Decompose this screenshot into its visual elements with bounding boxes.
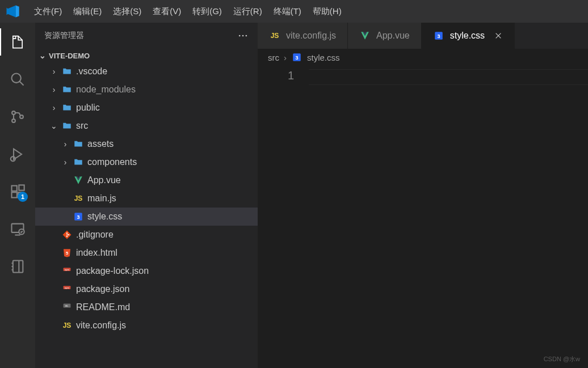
tree-file[interactable]: JSmain.js [35, 189, 258, 208]
menu-item[interactable]: 帮助(H) [307, 3, 347, 20]
svg-text:M↓: M↓ [65, 304, 68, 307]
svg-point-4 [20, 115, 23, 119]
extensions-icon[interactable]: 1 [4, 178, 31, 205]
svg-point-0 [12, 74, 21, 83]
sidebar-title: 资源管理器 [44, 31, 84, 41]
editor-tab[interactable]: App.vue [348, 23, 422, 49]
tree-folder[interactable]: ›public [35, 99, 258, 117]
svg-text:3: 3 [437, 33, 440, 39]
svg-rect-7 [12, 192, 17, 197]
menu-item[interactable]: 查看(V) [147, 3, 187, 20]
tree-item-label: App.vue [87, 175, 121, 185]
tree-item-label: assets [87, 139, 114, 149]
chevron-right-icon: › [50, 103, 58, 112]
svg-text:npm: npm [65, 268, 70, 271]
tree-file[interactable]: App.vue [35, 171, 258, 189]
tree-folder[interactable]: ›components [35, 153, 258, 171]
tree-item-label: package-lock.json [76, 266, 149, 276]
tree-folder[interactable]: ›assets [35, 135, 258, 153]
svg-point-3 [12, 119, 15, 122]
tree-file[interactable]: 5index.html [35, 244, 258, 262]
chevron-right-icon: › [50, 67, 58, 76]
notebook-icon[interactable] [4, 253, 31, 280]
activity-bar: 1 [0, 23, 35, 368]
run-debug-icon[interactable] [4, 141, 31, 168]
tree-item-label: public [76, 103, 100, 113]
tree-file[interactable]: M↓README.md [35, 298, 258, 316]
tree-item-label: style.css [87, 212, 122, 222]
menu-item[interactable]: 运行(R) [228, 3, 268, 20]
tree-folder[interactable]: ›node_modules [35, 81, 258, 99]
tree-item-label: .vscode [76, 66, 107, 77]
text-editor[interactable]: 1 [258, 66, 588, 368]
tree-file[interactable]: 3style.css [35, 208, 258, 226]
editor-tab[interactable]: JSvite.config.js [258, 23, 348, 49]
menu-item[interactable]: 选择(S) [107, 3, 147, 20]
svg-text:3: 3 [77, 214, 79, 220]
svg-line-1 [20, 82, 24, 86]
tree-item-label: README.md [76, 302, 130, 312]
title-bar: 文件(F)编辑(E)选择(S)查看(V)转到(G)运行(R)终端(T)帮助(H) [0, 0, 588, 23]
editor-tab[interactable]: 3style.css [422, 23, 515, 49]
tab-bar: JSvite.config.jsApp.vue3style.css [258, 23, 588, 49]
svg-rect-6 [12, 186, 17, 191]
active-line-highlight [309, 69, 588, 85]
sidebar: 资源管理器 ⌄ VITE-DEMO ›.vscode›node_modules›… [35, 23, 258, 368]
line-number-gutter: 1 [258, 66, 309, 368]
menu-item[interactable]: 编辑(E) [68, 3, 107, 20]
tree-file[interactable]: npmpackage.json [35, 280, 258, 298]
tree-item-label: .gitignore [76, 230, 114, 240]
remote-explorer-icon[interactable] [4, 215, 31, 243]
code-area[interactable] [309, 66, 588, 368]
tree-item-label: index.html [76, 248, 117, 258]
extensions-badge: 1 [18, 192, 28, 202]
tab-label: style.css [450, 31, 485, 41]
svg-rect-9 [19, 185, 24, 190]
sidebar-header: 资源管理器 [35, 23, 258, 49]
menu-item[interactable]: 转到(G) [187, 3, 228, 20]
tree-item-label: vite.config.js [76, 320, 126, 331]
svg-text:3: 3 [295, 55, 298, 61]
tab-label: vite.config.js [286, 31, 336, 41]
svg-text:5: 5 [66, 251, 68, 256]
breadcrumb[interactable]: src › 3 style.css [258, 49, 588, 66]
chevron-right-icon: › [61, 139, 69, 149]
editor-group: JSvite.config.jsApp.vue3style.css src › … [258, 23, 588, 368]
source-control-icon[interactable] [4, 103, 31, 130]
svg-text:npm: npm [65, 286, 70, 289]
tree-item-label: node_modules [76, 84, 136, 95]
chevron-down-icon: ⌄ [50, 121, 58, 130]
svg-rect-12 [13, 261, 23, 273]
breadcrumb-file: style.css [307, 53, 340, 62]
menu-item[interactable]: 文件(F) [28, 3, 68, 20]
tree-file[interactable]: .gitignore [35, 226, 258, 244]
svg-point-18 [242, 35, 244, 37]
tree-item-label: components [87, 157, 137, 167]
tree-item-label: main.js [87, 193, 116, 204]
explorer-icon[interactable] [4, 28, 31, 56]
breadcrumb-folder: src [268, 53, 279, 62]
tree-file[interactable]: JSvite.config.js [35, 316, 258, 335]
svg-point-2 [12, 111, 15, 115]
project-name: VITE-DEMO [49, 52, 90, 60]
chevron-right-icon: › [284, 53, 287, 62]
tab-label: App.vue [376, 31, 410, 41]
menu-item[interactable]: 终端(T) [268, 3, 307, 20]
tree-file[interactable]: npmpackage-lock.json [35, 262, 258, 280]
svg-point-17 [239, 35, 241, 37]
svg-point-19 [246, 35, 247, 37]
tree-folder[interactable]: ⌄src [35, 117, 258, 135]
vscode-logo [5, 3, 20, 19]
chevron-right-icon: › [50, 85, 58, 94]
close-icon[interactable] [494, 31, 503, 40]
tree-item-label: package.json [76, 284, 129, 294]
watermark: CSDN @水w [544, 355, 580, 363]
chevron-down-icon: ⌄ [39, 51, 47, 60]
tree-item-label: src [76, 121, 88, 131]
tree-folder[interactable]: ›.vscode [35, 62, 258, 81]
chevron-right-icon: › [61, 158, 69, 167]
project-section[interactable]: ⌄ VITE-DEMO [35, 49, 258, 62]
line-number: 1 [258, 69, 294, 82]
search-icon[interactable] [4, 66, 31, 93]
more-actions-icon[interactable] [237, 30, 249, 41]
